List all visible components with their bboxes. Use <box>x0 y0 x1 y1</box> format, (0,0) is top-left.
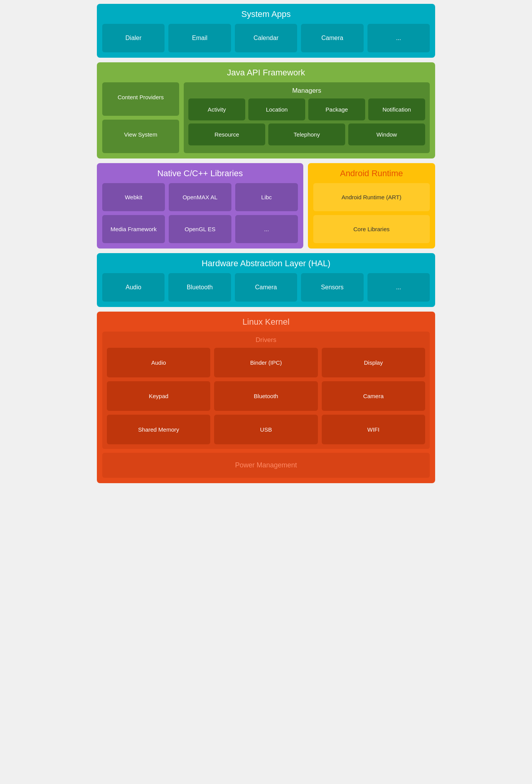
system-apps-layer: System Apps Dialer Email Calendar Camera… <box>97 4 435 58</box>
driver-audio: Audio <box>107 348 210 377</box>
drivers-section: Drivers Audio Binder (IPC) Display Keypa… <box>102 332 430 449</box>
native-lib-openmax: OpenMAX AL <box>169 183 231 211</box>
java-api-left: Content Providers View System <box>102 82 179 153</box>
driver-bluetooth: Bluetooth <box>214 381 318 411</box>
native-libs-layer: Native C/C++ Libraries Webkit OpenMAX AL… <box>97 163 303 249</box>
native-lib-libc: Libc <box>235 183 298 211</box>
java-api-title: Java API Framework <box>102 68 430 78</box>
drivers-title: Drivers <box>107 336 425 344</box>
native-lib-webkit: Webkit <box>102 183 165 211</box>
driver-display: Display <box>322 348 425 377</box>
core-libraries-item: Core Libraries <box>313 215 430 243</box>
manager-package: Package <box>308 98 365 120</box>
system-apps-title: System Apps <box>102 9 430 19</box>
middle-section: Native C/C++ Libraries Webkit OpenMAX AL… <box>97 163 435 249</box>
native-lib-media: Media Framework <box>102 215 165 243</box>
managers-row-1: Activity Location Package Notification <box>188 98 425 120</box>
manager-resource: Resource <box>188 123 265 145</box>
driver-wifi: WIFI <box>322 415 425 444</box>
driver-keypad: Keypad <box>107 381 210 411</box>
driver-binder: Binder (IPC) <box>214 348 318 377</box>
manager-telephony: Telephony <box>268 123 345 145</box>
hal-audio: Audio <box>102 273 165 302</box>
system-apps-items: Dialer Email Calendar Camera ... <box>102 24 430 52</box>
content-providers-box: Content Providers <box>102 82 179 116</box>
drivers-grid: Audio Binder (IPC) Display Keypad Blueto… <box>107 348 425 444</box>
system-app-more: ... <box>367 24 430 52</box>
hal-layer: Hardware Abstraction Layer (HAL) Audio B… <box>97 253 435 307</box>
hal-title: Hardware Abstraction Layer (HAL) <box>102 259 430 269</box>
android-runtime-title: Android Runtime <box>313 168 430 178</box>
managers-row-2: Resource Telephony Window <box>188 123 425 145</box>
android-runtime-layer: Android Runtime Android Runtime (ART) Co… <box>308 163 435 249</box>
system-app-camera: Camera <box>301 24 363 52</box>
system-app-dialer: Dialer <box>102 24 165 52</box>
driver-shared-memory: Shared Memory <box>107 415 210 444</box>
manager-window: Window <box>348 123 425 145</box>
view-system-box: View System <box>102 120 179 153</box>
java-api-content: Content Providers View System Managers A… <box>102 82 430 153</box>
hal-bluetooth: Bluetooth <box>168 273 231 302</box>
native-libs-grid: Webkit OpenMAX AL Libc Media Framework O… <box>102 183 298 243</box>
system-app-email: Email <box>168 24 231 52</box>
system-app-calendar: Calendar <box>235 24 297 52</box>
hal-sensors: Sensors <box>301 273 363 302</box>
manager-activity: Activity <box>188 98 245 120</box>
manager-notification: Notification <box>368 98 425 120</box>
hal-items: Audio Bluetooth Camera Sensors ... <box>102 273 430 302</box>
driver-usb: USB <box>214 415 318 444</box>
managers-title: Managers <box>188 87 425 95</box>
linux-kernel-title: Linux Kernel <box>102 317 430 327</box>
hal-more: ... <box>367 273 430 302</box>
driver-camera: Camera <box>322 381 425 411</box>
native-lib-more: ... <box>235 215 298 243</box>
hal-camera: Camera <box>235 273 297 302</box>
native-lib-opengl: OpenGL ES <box>169 215 231 243</box>
managers-section: Managers Activity Location Package Notif… <box>184 82 430 153</box>
android-runtime-items: Android Runtime (ART) Core Libraries <box>313 183 430 243</box>
manager-location: Location <box>248 98 305 120</box>
art-item: Android Runtime (ART) <box>313 183 430 211</box>
native-libs-title: Native C/C++ Libraries <box>102 168 298 178</box>
linux-kernel-layer: Linux Kernel Drivers Audio Binder (IPC) … <box>97 312 435 483</box>
power-management: Power Management <box>102 453 430 478</box>
java-api-layer: Java API Framework Content Providers Vie… <box>97 62 435 158</box>
